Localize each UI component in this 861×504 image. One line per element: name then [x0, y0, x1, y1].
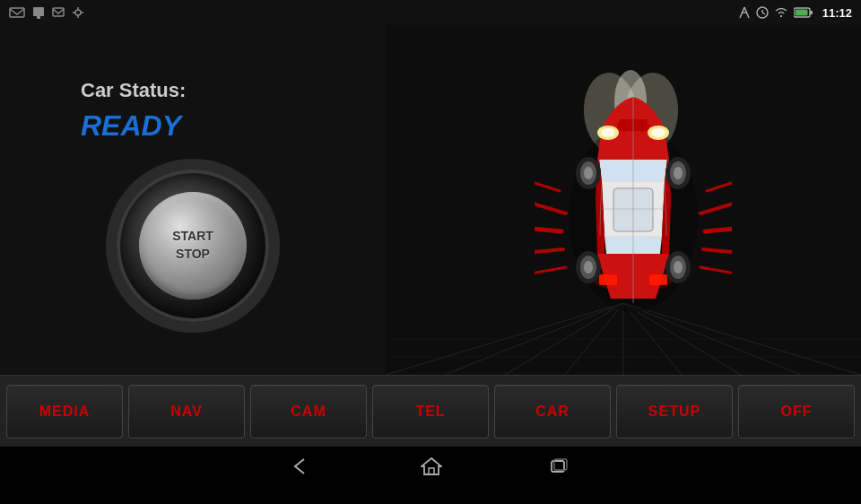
svg-line-35	[700, 200, 732, 213]
nav-button-media[interactable]: MEDIA	[6, 385, 123, 439]
recents-icon	[550, 457, 570, 475]
android-back-button[interactable]	[291, 457, 313, 475]
wifi-icon	[774, 6, 788, 19]
bottom-nav: MEDIA NAV CAM TEL CAR SETUP OFF	[0, 375, 861, 447]
clock-icon	[756, 6, 769, 19]
svg-rect-16	[810, 11, 813, 14]
antenna-icon	[738, 6, 751, 19]
car-status-label: Car Status:	[81, 79, 186, 102]
svg-point-51	[651, 128, 665, 137]
svg-line-38	[700, 267, 732, 274]
android-home-button[interactable]	[421, 456, 442, 476]
status-bar: 11:12	[0, 0, 861, 25]
svg-line-36	[705, 227, 732, 231]
status-icons-left	[9, 6, 84, 19]
start-stop-text: START STOP	[172, 228, 213, 263]
message-icon	[32, 6, 45, 19]
android-recents-button[interactable]	[550, 457, 570, 475]
left-panel: Car Status: READY START STOP	[0, 25, 386, 375]
nav-button-tel[interactable]: TEL	[372, 385, 489, 439]
svg-line-34	[535, 178, 560, 191]
svg-line-31	[535, 227, 561, 231]
notification-icon	[9, 6, 25, 19]
home-icon	[421, 456, 442, 476]
svg-rect-1	[33, 7, 44, 16]
svg-line-30	[535, 200, 566, 213]
start-stop-button[interactable]: START STOP	[117, 169, 269, 322]
svg-line-32	[535, 249, 563, 254]
svg-line-14	[762, 13, 765, 14]
nav-button-cam[interactable]: CAM	[250, 385, 367, 439]
car-svg	[535, 52, 732, 321]
back-icon	[291, 457, 313, 475]
svg-point-64	[584, 261, 593, 274]
svg-point-4	[75, 10, 81, 15]
svg-marker-70	[422, 458, 441, 474]
email-icon	[52, 6, 65, 19]
svg-point-58	[584, 167, 593, 179]
nav-button-off[interactable]: OFF	[738, 385, 855, 439]
car-container	[535, 52, 732, 321]
svg-rect-0	[10, 8, 24, 17]
svg-point-50	[601, 128, 615, 137]
main-area: Car Status: READY START STOP	[0, 25, 861, 375]
svg-rect-71	[429, 468, 434, 474]
svg-point-67	[674, 261, 683, 274]
settings-icon	[72, 6, 84, 19]
right-panel	[386, 25, 861, 375]
svg-point-61	[674, 167, 683, 179]
nav-button-car[interactable]: CAR	[494, 385, 611, 439]
svg-line-33	[535, 267, 566, 274]
svg-rect-3	[53, 8, 64, 16]
battery-icon	[794, 6, 813, 19]
svg-rect-17	[795, 10, 807, 16]
car-status-value: READY	[81, 109, 181, 143]
nav-button-setup[interactable]: SETUP	[616, 385, 733, 439]
svg-line-39	[707, 178, 732, 191]
time-display: 11:12	[822, 6, 852, 20]
nav-button-nav[interactable]: NAV	[128, 385, 245, 439]
start-stop-inner: START STOP	[139, 192, 247, 300]
status-icons-right: 11:12	[738, 6, 852, 20]
android-nav-bar	[0, 447, 861, 486]
svg-rect-2	[37, 16, 40, 19]
svg-line-37	[703, 249, 732, 254]
